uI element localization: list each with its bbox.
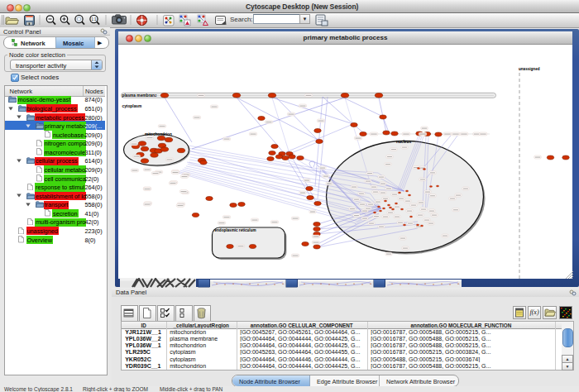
svg-text:nucleus: nucleus [396,140,411,144]
svg-text:cytoplasm: cytoplasm [122,104,142,108]
svg-text:endoplasmic reticulum: endoplasmic reticulum [215,228,256,232]
svg-text:mitochondrion: mitochondrion [145,132,172,136]
svg-text:plasma membrane: plasma membrane [122,93,157,98]
svg-text:unassigned: unassigned [519,67,540,71]
svg-text:1:1: 1:1 [91,17,97,22]
